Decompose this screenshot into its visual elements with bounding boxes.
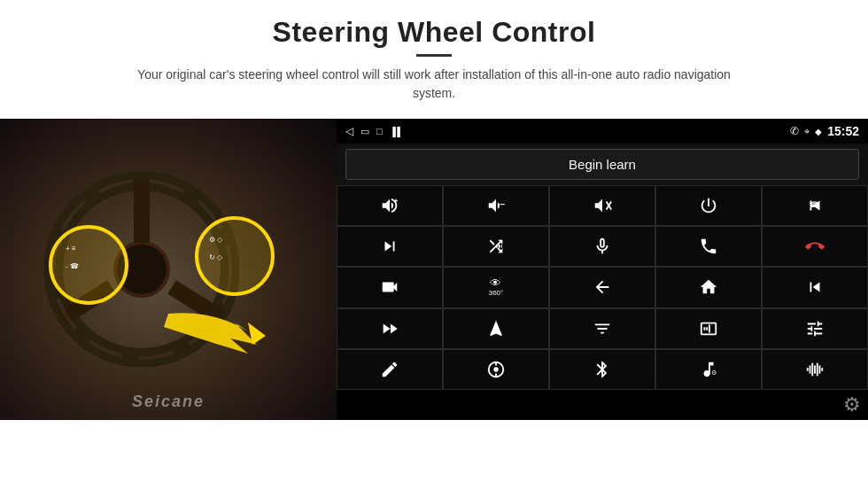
camera-icon — [380, 277, 399, 297]
tuner-icon — [805, 319, 825, 338]
media-icon — [699, 319, 718, 338]
vol-up-icon: + — [380, 196, 399, 215]
home-button[interactable] — [655, 267, 762, 307]
begin-learn-row: Begin learn — [337, 144, 868, 185]
power-button[interactable] — [655, 185, 762, 226]
home-nav-icon[interactable]: ▭ — [360, 126, 369, 137]
svg-rect-25 — [814, 365, 816, 373]
shuffle-icon: ⏭ — [486, 237, 506, 256]
phone-status-icon: ✆ — [790, 125, 799, 137]
mute-icon — [593, 196, 612, 215]
call-icon — [699, 237, 718, 256]
waveform-button[interactable] — [762, 349, 868, 390]
page-title: Steering Wheel Control — [53, 16, 815, 49]
fast-forward-button[interactable] — [337, 308, 443, 349]
title-divider — [416, 54, 452, 57]
icon-grid: + − ☎ ⏭ — [337, 185, 868, 390]
music-icon: ⚙ — [699, 360, 718, 379]
call-button[interactable] — [655, 226, 762, 267]
vol-down-button[interactable]: − — [443, 185, 549, 226]
location-icon: ⌖ — [804, 126, 810, 137]
360-view-button[interactable]: 👁 360° — [443, 267, 549, 307]
highlight-circle-right: ⚙ ◇ ↻ ◇ — [195, 216, 275, 296]
status-left-icons: ◁ ▭ □ ▐▐ — [345, 125, 399, 137]
svg-text:⏭: ⏭ — [496, 242, 502, 250]
settings-gear-button[interactable]: ⚙ — [843, 393, 861, 416]
wifi-icon: ◆ — [815, 127, 822, 136]
svg-text:+  ≡: + ≡ — [66, 245, 76, 253]
media-button[interactable] — [655, 308, 762, 349]
skip-back-button[interactable] — [762, 267, 868, 307]
bluetooth-button[interactable] — [549, 349, 655, 390]
shuffle-button[interactable]: ⏭ — [443, 226, 549, 267]
status-time: 15:52 — [827, 124, 859, 138]
power-icon — [699, 196, 718, 215]
head-unit-ui: ◁ ▭ □ ▐▐ ✆ ⌖ ◆ 15:52 Begin learn — [337, 119, 868, 420]
subtitle-text: Your original car's steering wheel contr… — [124, 66, 744, 103]
yellow-arrow — [159, 296, 292, 367]
dashboard-icon — [486, 360, 506, 379]
svg-rect-22 — [807, 368, 809, 371]
page-wrapper: Steering Wheel Control Your original car… — [0, 0, 868, 482]
hangup-icon — [805, 237, 825, 256]
vol-up-button[interactable]: + — [337, 185, 443, 226]
navigate-button[interactable] — [443, 308, 549, 349]
pen-button[interactable] — [337, 349, 443, 390]
360-icon: 👁 360° — [489, 277, 504, 298]
hangup-button[interactable] — [762, 226, 868, 267]
dashboard-button[interactable] — [443, 349, 549, 390]
svg-rect-26 — [817, 363, 818, 377]
prev-track-icon: ☎ — [805, 196, 825, 215]
home-icon — [699, 277, 718, 297]
bluetooth-icon — [593, 360, 612, 379]
steering-wheel-photo: + ≡ - ☎ ⚙ ◇ ↻ ◇ Seicane — [0, 119, 337, 420]
prev-track-button[interactable]: ☎ — [762, 185, 868, 226]
mute-button[interactable] — [549, 185, 655, 226]
microphone-icon — [593, 237, 612, 256]
highlight-circle-left: + ≡ - ☎ — [49, 225, 128, 305]
microphone-button[interactable] — [549, 226, 655, 267]
skip-forward-icon — [380, 237, 399, 256]
svg-text:-  ☎: - ☎ — [66, 262, 79, 270]
music-button[interactable]: ⚙ — [655, 349, 762, 390]
svg-rect-23 — [810, 365, 811, 373]
bottom-bar: ⚙ — [337, 390, 868, 420]
seicane-logo: Seicane — [132, 393, 205, 411]
svg-text:⚙: ⚙ — [711, 369, 717, 377]
eq-button[interactable] — [549, 308, 655, 349]
svg-rect-24 — [811, 363, 813, 377]
eq-icon — [593, 319, 612, 338]
back-button[interactable] — [549, 267, 655, 307]
svg-rect-28 — [821, 368, 823, 371]
signal-icon: ▐▐ — [390, 127, 399, 136]
camera-button[interactable] — [337, 267, 443, 307]
svg-text:☎: ☎ — [810, 200, 819, 209]
vol-down-icon: − — [486, 196, 506, 215]
svg-text:+: + — [394, 198, 399, 206]
skip-back-icon — [805, 277, 825, 297]
back-nav-icon[interactable]: ◁ — [345, 125, 353, 137]
recents-nav-icon[interactable]: □ — [376, 126, 383, 136]
svg-text:⚙  ◇: ⚙ ◇ — [209, 236, 223, 244]
pen-icon — [380, 360, 399, 379]
begin-learn-button[interactable]: Begin learn — [345, 149, 859, 180]
fast-forward-icon — [380, 319, 399, 338]
waveform-icon — [805, 360, 825, 379]
back-icon — [593, 277, 612, 297]
content-area: + ≡ - ☎ ⚙ ◇ ↻ ◇ Seicane — [0, 119, 868, 482]
status-bar: ◁ ▭ □ ▐▐ ✆ ⌖ ◆ 15:52 — [337, 119, 868, 144]
tuner-button[interactable] — [762, 308, 868, 349]
svg-text:↻  ◇: ↻ ◇ — [209, 253, 223, 261]
header-section: Steering Wheel Control Your original car… — [0, 0, 868, 112]
navigate-icon — [486, 319, 506, 338]
svg-text:−: − — [500, 199, 506, 209]
status-right-icons: ✆ ⌖ ◆ 15:52 — [790, 124, 859, 138]
skip-forward-button[interactable] — [337, 226, 443, 267]
svg-point-18 — [493, 367, 499, 372]
svg-rect-27 — [819, 365, 821, 373]
